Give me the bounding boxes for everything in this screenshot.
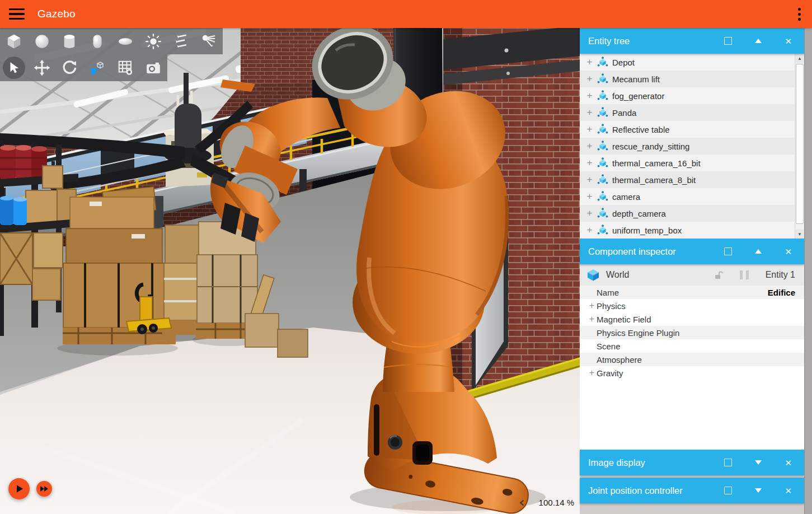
box-icon bbox=[6, 33, 22, 50]
expand-plus-icon[interactable] bbox=[587, 301, 597, 311]
tree-item-camera[interactable]: camera bbox=[580, 188, 794, 205]
align-tool-button[interactable] bbox=[83, 54, 111, 81]
point-light-icon bbox=[145, 33, 162, 50]
collapse-down-icon[interactable] bbox=[754, 459, 763, 466]
tree-item-label: Reflective table bbox=[612, 125, 670, 134]
close-icon[interactable]: ✕ bbox=[783, 246, 793, 257]
insert-cylinder-button[interactable] bbox=[56, 28, 84, 54]
expand-plus-icon[interactable] bbox=[586, 174, 593, 185]
tree-item-uniform-temp-box[interactable]: uniform_temp_box bbox=[580, 222, 794, 239]
kebab-menu-icon[interactable] bbox=[796, 6, 803, 23]
expand-plus-icon[interactable] bbox=[586, 73, 593, 85]
expand-plus-icon[interactable] bbox=[586, 107, 593, 118]
model-icon bbox=[597, 174, 608, 185]
scrollbar-thumb[interactable] bbox=[796, 64, 804, 224]
tree-item-panda[interactable]: Panda bbox=[580, 104, 794, 121]
rtf-display[interactable]: 100.14 % bbox=[519, 498, 574, 507]
tree-item-mecanum-lift[interactable]: Mecanum lift bbox=[580, 71, 794, 87]
collapse-down-icon[interactable] bbox=[754, 487, 763, 494]
component-row-scene[interactable]: Scene bbox=[580, 339, 804, 353]
rotate-tool-button[interactable] bbox=[56, 54, 84, 81]
panel-title: Joint position controller bbox=[588, 485, 683, 496]
expand-plus-icon[interactable] bbox=[587, 314, 597, 324]
tree-item-rescue-randy[interactable]: rescue_randy_sitting bbox=[580, 138, 794, 155]
screenshot-button[interactable] bbox=[139, 54, 167, 81]
rotate-icon bbox=[61, 59, 78, 76]
insert-box-button[interactable] bbox=[0, 28, 28, 54]
component-row-name[interactable]: Name Edifice bbox=[580, 286, 804, 299]
expand-plus-icon[interactable] bbox=[587, 368, 597, 378]
close-icon[interactable]: ✕ bbox=[783, 457, 793, 468]
view-angle-button[interactable] bbox=[111, 54, 139, 81]
chevron-left-icon bbox=[519, 499, 524, 506]
component-rows: Name Edifice Physics Magnetic Field Phys… bbox=[580, 286, 804, 380]
capsule-icon bbox=[90, 34, 105, 49]
component-row-gravity[interactable]: Gravity bbox=[580, 366, 804, 380]
component-label: Scene bbox=[597, 342, 621, 351]
scroll-down-icon[interactable]: ▼ bbox=[795, 230, 804, 239]
select-tool-button[interactable] bbox=[0, 54, 28, 81]
expand-plus-icon[interactable] bbox=[586, 208, 593, 219]
component-row-physics-engine-plugin[interactable]: Physics Engine Plugin bbox=[580, 326, 804, 339]
shape-toolbar bbox=[0, 28, 223, 54]
insert-sphere-button[interactable] bbox=[28, 28, 56, 54]
component-row-atmosphere[interactable]: Atmosphere bbox=[580, 353, 804, 366]
tree-item-reflective-table[interactable]: Reflective table bbox=[580, 121, 794, 138]
transform-toolbar bbox=[0, 54, 167, 81]
translate-tool-button[interactable] bbox=[28, 54, 56, 81]
component-label: Name bbox=[597, 288, 619, 297]
insert-spot-light-button[interactable] bbox=[195, 28, 223, 54]
tree-item-thermal-camera-16[interactable]: thermal_camera_16_bit bbox=[580, 155, 794, 171]
image-display-header[interactable]: Image display ✕ bbox=[580, 450, 804, 475]
insert-ellipsoid-button[interactable] bbox=[111, 28, 139, 54]
collapse-up-icon[interactable] bbox=[754, 248, 763, 255]
sphere-icon bbox=[34, 34, 50, 49]
expand-plus-icon[interactable] bbox=[586, 141, 593, 152]
float-window-icon[interactable] bbox=[723, 246, 733, 256]
insert-directional-light-button[interactable] bbox=[167, 28, 195, 54]
insert-point-light-button[interactable] bbox=[139, 28, 167, 54]
close-icon[interactable]: ✕ bbox=[783, 36, 793, 46]
tree-item-depot[interactable]: Depot bbox=[580, 54, 794, 71]
float-window-icon[interactable] bbox=[723, 485, 733, 496]
expand-plus-icon[interactable] bbox=[586, 157, 593, 169]
scroll-up-icon[interactable]: ▲ bbox=[795, 54, 804, 63]
tree-item-fog-generator[interactable]: fog_generator bbox=[580, 87, 794, 104]
component-label: Atmosphere bbox=[597, 355, 642, 365]
play-button[interactable] bbox=[8, 478, 30, 499]
hamburger-menu-icon[interactable] bbox=[7, 7, 27, 21]
pause-icon[interactable] bbox=[740, 270, 749, 279]
close-icon[interactable]: ✕ bbox=[783, 485, 793, 496]
entity-tree-header[interactable]: Entity tree ✕ bbox=[580, 28, 804, 54]
expand-plus-icon[interactable] bbox=[586, 124, 593, 135]
panel-title: Image display bbox=[588, 457, 645, 468]
scene-viewport[interactable]: 100.14 % bbox=[0, 28, 580, 514]
tree-item-label: Depot bbox=[612, 58, 635, 67]
tree-item-thermal-camera-8[interactable]: thermal_camera_8_bit bbox=[580, 171, 794, 188]
model-icon bbox=[597, 157, 608, 169]
blue-barrels bbox=[0, 196, 27, 225]
expand-plus-icon[interactable] bbox=[586, 57, 593, 68]
rtf-value: 100.14 % bbox=[539, 498, 574, 507]
component-inspector-header[interactable]: Component inspector ✕ bbox=[580, 239, 804, 264]
tree-item-label: camera bbox=[612, 192, 640, 202]
tree-scrollbar[interactable]: ▲ ▼ bbox=[795, 54, 804, 239]
step-button[interactable] bbox=[36, 481, 52, 497]
component-row-magnetic-field[interactable]: Magnetic Field bbox=[580, 312, 804, 326]
joint-position-controller-header[interactable]: Joint position controller ✕ bbox=[580, 478, 804, 503]
float-window-icon[interactable] bbox=[723, 457, 733, 468]
tree-item-depth-camera[interactable]: depth_camera bbox=[580, 205, 794, 222]
model-icon bbox=[597, 90, 608, 101]
unlock-icon[interactable] bbox=[714, 270, 723, 280]
component-inspector-body: World Entity 1 Name Edifice bbox=[580, 264, 804, 450]
expand-plus-icon[interactable] bbox=[586, 90, 593, 101]
expand-plus-icon[interactable] bbox=[586, 225, 593, 236]
float-window-icon[interactable] bbox=[723, 36, 733, 46]
collapse-up-icon[interactable] bbox=[754, 38, 763, 44]
red-barrels bbox=[0, 145, 47, 180]
model-icon bbox=[597, 57, 608, 68]
component-row-physics[interactable]: Physics bbox=[580, 299, 804, 312]
expand-plus-icon[interactable] bbox=[586, 191, 593, 202]
insert-capsule-button[interactable] bbox=[83, 28, 111, 54]
app-bar: Gazebo bbox=[0, 0, 812, 28]
